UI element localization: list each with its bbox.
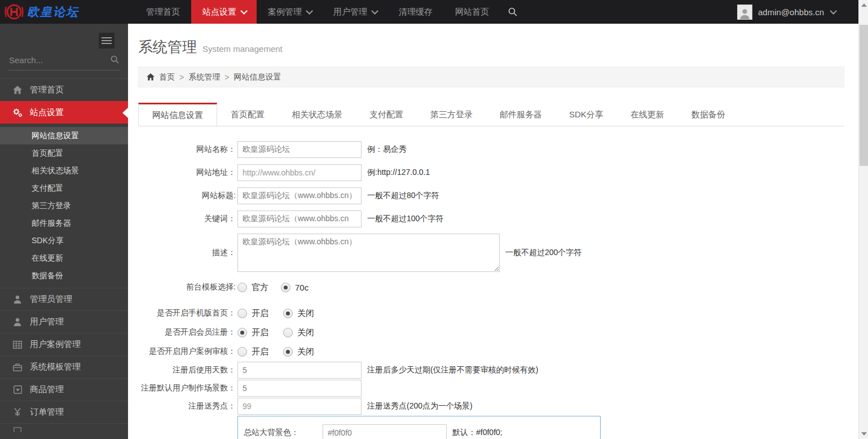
sidebar-item-admin-home[interactable]: 管理首页 xyxy=(0,78,128,101)
sidebar-toggle-button[interactable] xyxy=(99,33,114,49)
register-off[interactable]: 关闭 xyxy=(283,327,314,338)
search-icon[interactable] xyxy=(111,55,119,64)
tab-website-info[interactable]: 网站信息设置 xyxy=(138,103,217,126)
radio-checked[interactable] xyxy=(283,309,293,318)
sidebar-item-user-management[interactable]: 用户管理 xyxy=(0,310,128,333)
keywords-input[interactable] xyxy=(237,210,362,227)
nav-item-site-home[interactable]: 网站首页 xyxy=(444,0,500,24)
submenu-item-data-backup[interactable]: 数据备份 xyxy=(0,267,128,284)
breadcrumb: 首页 > 系统管理 > 网站信息设置 xyxy=(138,67,844,87)
site-name-input[interactable] xyxy=(237,141,362,158)
radio-checked[interactable] xyxy=(281,283,290,292)
case-review-on[interactable]: 开启 xyxy=(237,346,268,357)
tab-data-backup[interactable]: 数据备份 xyxy=(678,103,739,126)
user-icon xyxy=(12,318,23,326)
color-settings-panel: 总站大背景色： 默认：#f0f0f0; xyxy=(237,416,601,439)
chevron-down-icon xyxy=(306,7,313,15)
case-review-off[interactable]: 关闭 xyxy=(283,346,314,357)
sidebar-item-user-case-management[interactable]: 用户案例管理 xyxy=(0,333,128,355)
scroll-down-arrow-icon[interactable] xyxy=(861,432,867,436)
description-textarea[interactable]: 欧皇源码论坛（www.ohbbs.cn） xyxy=(237,234,500,272)
nav-item-clear-cache[interactable]: 清理缓存 xyxy=(387,0,444,24)
template-option-official[interactable]: 官方 xyxy=(237,282,268,293)
bg-color-input[interactable] xyxy=(323,424,447,439)
sidebar-item-template-management[interactable]: 系统模板管理 xyxy=(0,355,128,378)
search-input[interactable] xyxy=(9,55,107,65)
reg-points-input[interactable] xyxy=(237,398,362,415)
site-settings-submenu: 网站信息设置 首页配置 相关状态场景 支付配置 第三方登录 邮件服务器 SDK分… xyxy=(0,124,128,288)
radio-checked[interactable] xyxy=(283,347,293,357)
brand-name: 欧皇论坛 xyxy=(27,4,79,20)
navbar-search-button[interactable] xyxy=(500,0,525,24)
top-navbar: 欧皇论坛 管理首页 站点设置 案例管理 用户管理 清理缓存 网站首页 admin… xyxy=(0,0,858,24)
mobile-home-off[interactable]: 关闭 xyxy=(283,308,314,319)
nav-item-site-settings[interactable]: 站点设置 xyxy=(191,0,257,24)
settings-tabs: 网站信息设置 首页配置 相关状态场景 支付配置 第三方登录 邮件服务器 SDK分… xyxy=(138,103,844,126)
hamburger-icon xyxy=(102,37,112,38)
tab-homepage-config[interactable]: 首页配置 xyxy=(217,103,278,126)
sidebar-item-order-management[interactable]: 订单管理 xyxy=(0,401,128,423)
radio-unchecked[interactable] xyxy=(237,283,247,292)
submenu-item-homepage-config[interactable]: 首页配置 xyxy=(0,144,128,162)
yen-icon xyxy=(12,408,23,416)
sidebar-item-site-settings[interactable]: 站点设置 xyxy=(0,101,128,124)
chevron-down-icon xyxy=(371,7,378,15)
tab-mail-server[interactable]: 邮件服务器 xyxy=(486,103,556,126)
avatar xyxy=(737,5,752,20)
submenu-item-payment-config[interactable]: 支付配置 xyxy=(0,179,128,197)
form-row-site-name: 网站名称： 例：易企秀 xyxy=(138,141,844,158)
submenu-item-online-update[interactable]: 在线更新 xyxy=(0,249,128,267)
submenu-item-status-scenes[interactable]: 相关状态场景 xyxy=(0,162,128,179)
tab-online-update[interactable]: 在线更新 xyxy=(617,103,678,126)
form-row-bg-color: 总站大背景色： 默认：#f0f0f0; xyxy=(243,424,596,439)
nav-item-user-management[interactable]: 用户管理 xyxy=(322,0,387,24)
top-menu: 管理首页 站点设置 案例管理 用户管理 清理缓存 网站首页 xyxy=(135,0,525,24)
tab-payment-config[interactable]: 支付配置 xyxy=(356,103,417,126)
form-row-reg-days: 注册后使用天数： 注册后多少天过期(仅注册不需要审核的时候有效) xyxy=(138,362,844,379)
radio-checked[interactable] xyxy=(237,328,247,337)
scroll-up-arrow-icon[interactable] xyxy=(861,3,867,7)
brand-logo[interactable]: 欧皇论坛 xyxy=(0,0,128,24)
sidebar-item-partial[interactable] xyxy=(0,423,128,432)
sidebar: 管理首页 站点设置 网站信息设置 首页配置 相关状态场景 支付配置 第三方登录 … xyxy=(0,24,128,439)
vertical-scrollbar[interactable] xyxy=(858,0,868,439)
form-row-case-review-toggle: 是否开启用户案例审核： 开启 关闭 xyxy=(138,343,844,361)
tab-status-scenes[interactable]: 相关状态场景 xyxy=(278,103,356,126)
reg-days-input[interactable] xyxy=(237,362,362,379)
reg-scenes-input[interactable] xyxy=(237,380,362,397)
caret-square-icon xyxy=(12,385,23,394)
tab-thirdparty-login[interactable]: 第三方登录 xyxy=(417,103,486,126)
gears-icon xyxy=(12,108,23,117)
radio-unchecked[interactable] xyxy=(237,309,247,318)
user-icon xyxy=(12,295,23,304)
submenu-item-sdk-share[interactable]: SDK分享 xyxy=(0,232,128,249)
submenu-item-thirdparty-login[interactable]: 第三方登录 xyxy=(0,197,128,214)
radio-unchecked[interactable] xyxy=(283,328,293,337)
site-url-input[interactable] xyxy=(237,164,362,181)
tab-sdk-share[interactable]: SDK分享 xyxy=(556,103,617,126)
chevron-down-icon xyxy=(240,7,248,15)
submenu-item-mail-server[interactable]: 邮件服务器 xyxy=(0,214,128,232)
form-row-register-toggle: 是否开启会员注册： 开启 关闭 xyxy=(138,323,844,341)
page-title: 系统管理 xyxy=(138,37,197,57)
form-row-reg-points: 注册送秀点： 注册送秀点(200点为一个场景) xyxy=(138,398,844,415)
nav-item-admin-home[interactable]: 管理首页 xyxy=(135,0,191,24)
sidebar-item-admin-management[interactable]: 管理员管理 xyxy=(0,288,128,310)
nav-item-case-management[interactable]: 案例管理 xyxy=(257,0,322,24)
mobile-home-on[interactable]: 开启 xyxy=(237,308,268,319)
form-row-reg-scenes: 注册默认用户制作场景数： xyxy=(138,380,844,397)
sidebar-item-product-management[interactable]: 商品管理 xyxy=(0,378,128,401)
breadcrumb-system[interactable]: 系统管理 xyxy=(188,72,220,82)
form-row-keywords: 关键词： 一般不超过100个字符 xyxy=(138,210,844,227)
site-title-input[interactable] xyxy=(237,187,362,204)
breadcrumb-home[interactable]: 首页 xyxy=(159,72,175,82)
template-option-70c[interactable]: 70c xyxy=(281,283,309,292)
register-on[interactable]: 开启 xyxy=(237,327,268,338)
submenu-item-website-info[interactable]: 网站信息设置 xyxy=(0,127,128,144)
briefcase-icon xyxy=(12,363,23,371)
person-icon xyxy=(739,7,751,19)
home-icon xyxy=(147,73,155,81)
radio-unchecked[interactable] xyxy=(237,347,247,357)
scrollbar-thumb[interactable] xyxy=(860,25,868,166)
user-menu[interactable]: admin@ohbbs.cn xyxy=(737,0,858,24)
